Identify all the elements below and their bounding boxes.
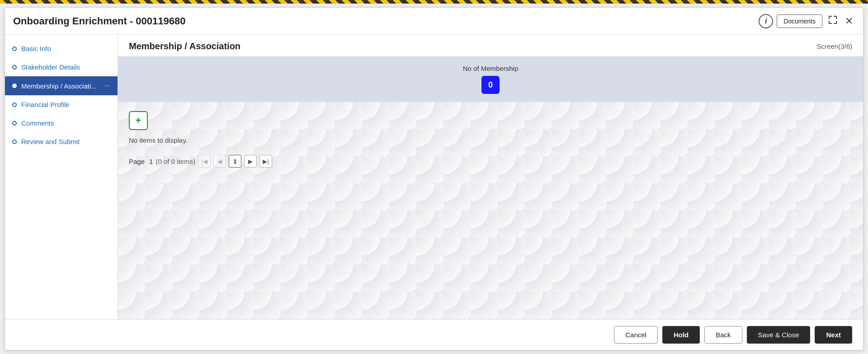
expand-button[interactable] — [826, 13, 840, 29]
hold-button[interactable]: Hold — [662, 326, 700, 344]
sidebar-item-membership-association[interactable]: Membership / Associati... ··· — [5, 76, 118, 95]
sidebar-label: Basic Info — [21, 45, 51, 52]
content-area: Membership / Association Screen(3/6) No … — [118, 35, 863, 319]
sidebar-dot — [12, 121, 17, 126]
sidebar-dot — [12, 65, 17, 70]
sidebar-dot — [12, 140, 17, 144]
sidebar-label: Financial Profile — [21, 101, 70, 108]
back-button[interactable]: Back — [704, 326, 742, 344]
modal-title: Onboarding Enrichment - 000119680 — [13, 15, 185, 27]
sidebar-label: Review and Submit — [21, 138, 80, 145]
pagination: Page 1 (0 of 0 items) |◀ ◀ 1 — [129, 155, 852, 168]
modal: Onboarding Enrichment - 000119680 i Docu… — [5, 7, 863, 350]
save-close-button[interactable]: Save & Close — [747, 326, 811, 344]
last-page-button[interactable]: ▶| — [259, 155, 272, 168]
cancel-button[interactable]: Cancel — [614, 326, 658, 344]
sidebar-label: Membership / Associati... — [21, 82, 97, 90]
page-label: Page — [129, 158, 145, 165]
sidebar-item-comments[interactable]: Comments — [5, 114, 118, 132]
close-button[interactable]: ✕ — [843, 14, 855, 29]
sidebar-item-stakeholder-details[interactable]: Stakeholder Details — [5, 58, 118, 76]
screen-label: Screen(3/6) — [817, 42, 852, 50]
next-page-icon: ▶ — [248, 158, 253, 165]
expand-icon — [828, 15, 838, 25]
modal-footer: Cancel Hold Back Save & Close Next — [5, 319, 863, 350]
content-title: Membership / Association — [129, 41, 241, 51]
content-main: + No items to display. Page 1 (0 of 0 it… — [118, 102, 863, 319]
documents-button[interactable]: Documents — [777, 14, 822, 28]
membership-bar-label: No of Membership — [118, 65, 863, 72]
page-number: 1 — [149, 158, 153, 165]
content-header: Membership / Association Screen(3/6) — [118, 35, 863, 56]
membership-count-badge: 0 — [481, 76, 500, 94]
close-icon: ✕ — [845, 15, 853, 27]
sidebar-label: Stakeholder Details — [21, 63, 80, 71]
sidebar-item-review-and-submit[interactable]: Review and Submit — [5, 132, 118, 151]
first-page-icon: |◀ — [201, 158, 207, 165]
modal-header-actions: i Documents ✕ — [759, 13, 855, 29]
membership-bar: No of Membership 0 — [118, 56, 863, 102]
first-page-button[interactable]: |◀ — [198, 155, 211, 168]
sidebar-dot — [12, 84, 17, 88]
add-membership-button[interactable]: + — [129, 111, 148, 130]
sidebar: Basic Info Stakeholder Details Membershi… — [5, 35, 118, 319]
info-button[interactable]: i — [759, 14, 773, 28]
info-icon: i — [765, 17, 767, 25]
content-inner: + No items to display. Page 1 (0 of 0 it… — [118, 102, 863, 177]
next-button[interactable]: Next — [815, 326, 852, 344]
ellipsis-icon: ··· — [104, 82, 110, 90]
no-items-text: No items to display. — [129, 136, 852, 144]
prev-page-button[interactable]: ◀ — [213, 155, 226, 168]
next-page-button[interactable]: ▶ — [244, 155, 257, 168]
sidebar-label: Comments — [21, 119, 54, 127]
modal-header: Onboarding Enrichment - 000119680 i Docu… — [5, 8, 863, 35]
modal-body: Basic Info Stakeholder Details Membershi… — [5, 35, 863, 319]
add-icon: + — [136, 116, 142, 126]
sidebar-item-basic-info[interactable]: Basic Info — [5, 39, 118, 58]
top-bar — [0, 0, 868, 4]
sidebar-dot — [12, 47, 17, 51]
sidebar-item-financial-profile[interactable]: Financial Profile — [5, 95, 118, 114]
current-page-label: 1 — [233, 158, 236, 165]
items-info: (0 of 0 items) — [156, 158, 195, 165]
current-page-button[interactable]: 1 — [229, 155, 241, 168]
prev-icon: ◀ — [217, 158, 222, 165]
last-page-icon: ▶| — [263, 158, 269, 165]
sidebar-dot — [12, 102, 17, 107]
